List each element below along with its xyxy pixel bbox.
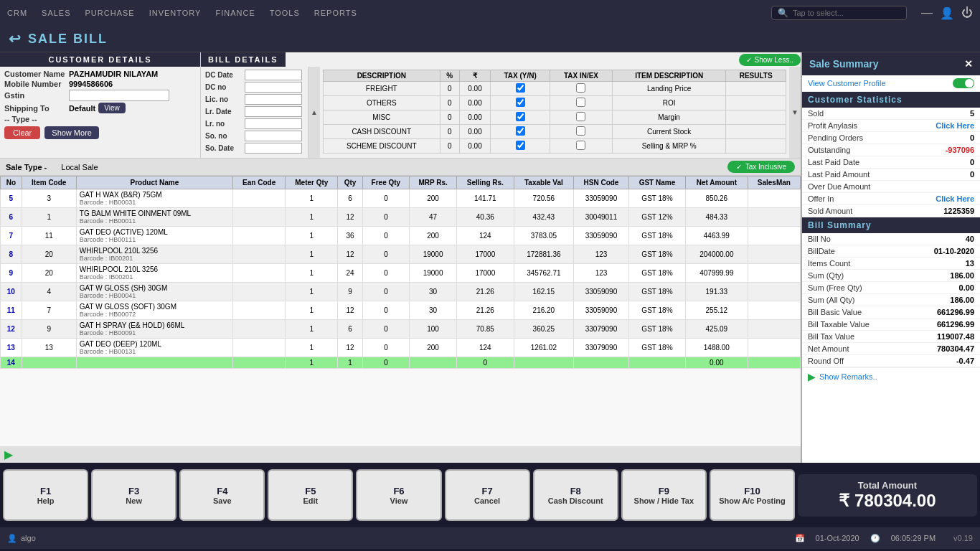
bill-stat-row: Net Amount780304.47 (802, 343, 980, 355)
tax-yn-checkbox[interactable] (516, 112, 525, 121)
scroll-down-arrow[interactable]: ▼ (789, 67, 801, 158)
ean-cell (233, 189, 286, 208)
stat-value[interactable]: Click Here (936, 121, 974, 130)
gstin-input[interactable] (69, 90, 169, 101)
bill-field-input[interactable] (245, 70, 302, 80)
item-desc-cell: Landing Price (612, 82, 725, 96)
add-row-arrow[interactable]: ▶ (4, 448, 13, 461)
fn-key-f7[interactable]: F7Cancel (445, 469, 530, 521)
nav-crm[interactable]: CRM (7, 9, 27, 17)
bill-field-input[interactable] (245, 82, 302, 93)
fn-key-f5[interactable]: F5Edit (268, 469, 353, 521)
tax-inex-checkbox[interactable] (576, 98, 585, 107)
fn-key-f10[interactable]: F10Show A/c Posting (710, 469, 795, 521)
freeqty-cell: 0 (362, 320, 410, 339)
search-input[interactable] (793, 9, 900, 17)
tax-yn-cell[interactable] (491, 125, 550, 139)
close-icon[interactable]: ✕ (964, 58, 973, 70)
tax-inex-cell[interactable] (550, 139, 612, 154)
product-table-wrapper[interactable]: NoItem CodeProduct NameEan CodeMeter Qty… (0, 176, 801, 446)
scroll-up-arrow[interactable]: ▲ (308, 67, 320, 158)
bill-field-row: Lr. no (205, 118, 303, 129)
tax-yn-checkbox[interactable] (516, 83, 525, 93)
tax-inex-cell[interactable] (550, 110, 612, 125)
table-row[interactable]: 8 20 WHIRLPOOL 210L 3256 Barcode : IB002… (1, 245, 801, 264)
bill-field-input[interactable] (245, 131, 302, 141)
table-row[interactable]: 9 20 WHIRLPOOL 210L 3256 Barcode : IB002… (1, 264, 801, 283)
view-button[interactable]: View (98, 103, 126, 113)
back-icon[interactable]: ↩ (9, 30, 22, 47)
tax-yn-cell[interactable] (491, 110, 550, 125)
bill-stat-row: BillDate01-10-2020 (802, 245, 980, 258)
net-cell: 191.33 (686, 283, 748, 301)
fn-key-f6[interactable]: F6View (356, 469, 441, 521)
tax-inex-cell[interactable] (550, 125, 612, 139)
mobile-label: Mobile Number (4, 80, 69, 88)
clear-button[interactable]: Clear (4, 126, 40, 139)
table-row[interactable]: 10 4 GAT W GLOSS (SH) 30GM Barcode : HB0… (1, 283, 801, 301)
user-icon[interactable]: 👤 (940, 6, 954, 20)
nav-tools[interactable]: TOOLS (270, 9, 300, 17)
item-desc-cell: Current Stock (612, 125, 725, 139)
tax-yn-cell[interactable] (491, 139, 550, 154)
tax-yn-checkbox[interactable] (516, 126, 525, 136)
fn-key-f3[interactable]: F3New (91, 469, 176, 521)
tax-inclusive-button[interactable]: ✓ Tax Inclusive (727, 161, 795, 173)
table-row[interactable]: 13 13 GAT DEO (DEEP) 120ML Barcode : HB0… (1, 339, 801, 357)
product-name-text: TG BALM WHITE OINMENT 09ML (80, 209, 230, 217)
show-more-button[interactable]: Show More (44, 126, 99, 139)
fn-key-f9[interactable]: F9Show / Hide Tax (621, 469, 707, 521)
pct-cell: 0 (440, 125, 459, 139)
tax-inex-cell[interactable] (550, 96, 612, 110)
table-row[interactable]: 12 9 GAT H SPRAY (E& HOLD) 66ML Barcode … (1, 320, 801, 339)
show-less-button[interactable]: ✓ Show Less.. (739, 54, 801, 66)
nav-reports[interactable]: REPORTS (314, 9, 357, 17)
tax-yn-checkbox[interactable] (516, 141, 525, 150)
nav-purchase[interactable]: PURCHASE (85, 9, 135, 17)
tax-yn-cell[interactable] (491, 96, 550, 110)
calendar-icon: 📅 (795, 534, 805, 543)
bill-stat-label: Bill No (808, 235, 831, 243)
no-cell: 13 (1, 339, 22, 357)
nav-sales[interactable]: SALES (42, 9, 70, 17)
fn-key-name: Help (37, 496, 55, 505)
customer-name-label: Customer Name (4, 70, 69, 78)
nav-inventory[interactable]: INVENTORY (149, 9, 202, 17)
bill-stat-row: Sum (Free Qty)0.00 (802, 282, 980, 294)
bill-field-input[interactable] (245, 118, 302, 129)
amt-cell: 0.00 (459, 82, 490, 96)
bill-field-input[interactable] (245, 143, 302, 154)
tax-inex-checkbox[interactable] (576, 126, 585, 136)
tax-inex-cell[interactable] (550, 82, 612, 96)
view-customer-profile-link[interactable]: View Customer Profile (808, 79, 886, 88)
fn-key-f1[interactable]: F1Help (3, 469, 88, 521)
stat-value: 0 (970, 133, 974, 142)
tax-inex-checkbox[interactable] (576, 141, 585, 150)
show-remarks-link[interactable]: Show Remarks.. (819, 372, 877, 381)
table-row[interactable]: 6 1 TG BALM WHITE OINMENT 09ML Barcode :… (1, 208, 801, 227)
tax-yn-cell[interactable] (491, 82, 550, 96)
fn-key-f8[interactable]: F8Cash Discount (533, 469, 618, 521)
power-icon[interactable]: ⏻ (961, 6, 973, 19)
tax-yn-checkbox[interactable] (516, 98, 525, 107)
minimize-icon[interactable]: — (921, 6, 933, 19)
stat-value: 1225359 (943, 207, 974, 215)
fn-key-label: F4 (217, 486, 227, 496)
footer-bar: F1HelpF3NewF4SaveF5EditF6ViewF7CancelF8C… (0, 463, 980, 527)
table-row[interactable]: 11 7 GAT W GLOSS (SOFT) 30GM Barcode : H… (1, 301, 801, 320)
fn-key-f4[interactable]: F4Save (179, 469, 265, 521)
tax-inex-checkbox[interactable] (576, 112, 585, 121)
table-row[interactable]: 7 11 GAT DEO (ACTIVE) 120ML Barcode : HB… (1, 227, 801, 245)
nav-finance[interactable]: FINANCE (215, 9, 255, 17)
qty-cell: 12 (338, 301, 362, 320)
tax-inex-checkbox[interactable] (576, 83, 585, 93)
bill-field-input[interactable] (245, 106, 302, 117)
bill-stat-row: Bill No40 (802, 233, 980, 245)
stat-label: Offer In (808, 194, 834, 203)
toggle-switch[interactable] (953, 78, 974, 88)
stat-value[interactable]: Click Here (936, 194, 974, 203)
table-row[interactable]: 5 3 GAT H WAX (B&R) 75GM Barcode : HB000… (1, 189, 801, 208)
table-row[interactable]: 14 1 1 0 0 0.00 (1, 357, 801, 369)
bill-field-input[interactable] (245, 94, 302, 105)
search-box[interactable]: 🔍 (771, 6, 907, 20)
